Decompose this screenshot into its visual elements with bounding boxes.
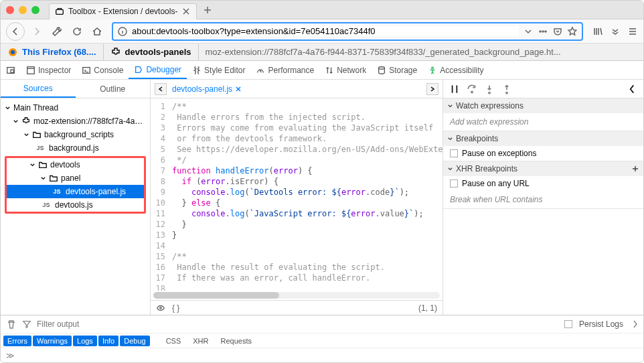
persist-logs-toggle[interactable]: Persist Logs [564,319,623,329]
chevron-down-icon [447,103,453,109]
sources-sidebar: Sources Outline Main Thread moz-extensio… [1,80,151,315]
maximize-window-button[interactable] [31,6,39,14]
step-over-icon[interactable] [466,83,478,95]
svg-point-16 [506,92,507,93]
js-icon: JS [34,145,46,151]
checkbox[interactable] [564,320,572,328]
info-icon[interactable] [117,26,128,37]
chevron-down-icon [13,119,19,125]
sources-tab[interactable]: Sources [1,80,76,98]
minimize-window-button[interactable] [19,6,27,14]
editor-tab[interactable]: devtools-panel.js [172,84,242,94]
panel-context[interactable]: devtools-panels [104,44,199,60]
overflow-icon[interactable] [610,26,621,37]
svg-point-15 [489,92,490,93]
svg-rect-0 [56,9,64,14]
network-tab[interactable]: Network [319,61,372,79]
chevron-down-icon[interactable] [523,26,534,37]
prev-tab-button[interactable] [155,83,167,95]
step-out-icon[interactable] [501,83,513,95]
filter-tag-errors[interactable]: Errors [3,336,31,346]
close-tab-icon[interactable] [235,86,242,92]
context-bar: This Firefox (68.... devtools-panels moz… [1,44,643,61]
performance-tab[interactable]: Performance [250,61,319,79]
extension-icon [21,117,31,126]
next-tab-button[interactable] [426,83,438,95]
console-input-line[interactable]: ≫ [1,348,643,362]
star-icon[interactable] [567,26,578,37]
pause-exceptions-row[interactable]: Pause on exceptions [443,146,643,161]
devtools-toolbar: Inspector Console Debugger Style Editor … [1,61,643,80]
watch-section-header[interactable]: Watch expressions [443,98,643,113]
reload-button[interactable] [69,23,85,40]
back-button[interactable] [6,22,25,41]
break-url-placeholder[interactable]: Break when URL contains [443,191,643,208]
filter-tag-info[interactable]: Info [98,336,118,346]
window-controls [6,6,39,14]
horizontal-scrollbar[interactable] [153,292,440,299]
close-tab-icon[interactable] [181,7,191,16]
breakpoints-section-header[interactable]: Breakpoints [443,131,643,146]
filter-tag-logs[interactable]: Logs [73,336,97,346]
chevron-down-icon [447,166,453,172]
outline-tab[interactable]: Outline [76,80,151,98]
toolbox-icon [55,7,64,16]
chevron-right-icon[interactable] [633,319,638,329]
filter-output-input[interactable] [37,319,137,329]
collapse-icon[interactable] [626,83,638,95]
storage-tab[interactable]: Storage [372,61,422,79]
clear-console-icon[interactable] [6,319,17,330]
new-tab-icon[interactable] [202,5,213,15]
panel-url: moz-extension://788fcf7a-4a76-f944-8371-… [199,47,644,57]
menu-icon[interactable] [627,26,638,37]
debugger-tab[interactable]: Debugger [129,61,187,79]
close-window-button[interactable] [6,6,14,14]
url-input[interactable] [132,26,519,36]
pocket-icon[interactable] [552,26,563,37]
step-in-icon[interactable] [483,83,495,95]
pause-icon[interactable] [449,83,461,95]
forward-button[interactable] [29,23,45,40]
devtools-panel-js-row[interactable]: JS devtools-panel.js [7,185,144,198]
devtools-folder-row[interactable]: devtools [7,158,144,171]
pretty-print-button[interactable]: { } [172,303,179,313]
main-thread-row[interactable]: Main Thread [1,101,150,115]
filter-tag-requests[interactable]: Requests [216,336,257,346]
console-tab[interactable]: Console [76,61,129,79]
performance-icon [256,66,265,75]
panel-folder-row[interactable]: panel [7,171,144,185]
extension-row[interactable]: moz-extension://788fcf7a-4a76- [1,115,150,128]
checkbox[interactable] [450,179,458,188]
ellipsis-icon[interactable] [538,26,548,37]
pause-url-row[interactable]: Pause on any URL [443,176,643,191]
svg-point-6 [11,50,15,54]
editor-footer: { } (1, 1) [151,300,442,315]
plus-icon[interactable] [631,165,639,173]
filter-tag-css[interactable]: CSS [161,336,187,346]
url-bar[interactable] [112,22,583,41]
filter-tag-debug[interactable]: Debug [120,336,149,346]
inspector-tab[interactable]: Inspector [21,61,76,79]
style-editor-tab[interactable]: Style Editor [187,61,250,79]
filter-tag-xhr[interactable]: XHR [187,336,214,346]
home-button[interactable] [89,23,105,40]
firefox-context[interactable]: This Firefox (68.... [1,44,104,60]
code-content[interactable]: /** Handle errors from the injected scri… [169,98,442,291]
wrench-button[interactable] [49,23,65,40]
checkbox[interactable] [450,149,458,157]
watch-placeholder[interactable]: Add watch expression [443,113,643,131]
xhr-section-header[interactable]: XHR Breakpoints [443,161,643,176]
iframe-picker-button[interactable] [1,61,21,79]
background-js-row[interactable]: JS background.js [1,141,150,155]
window-titlebar: Toolbox - Extension / devtools- [1,1,643,19]
library-icon[interactable] [592,26,603,37]
accessibility-tab[interactable]: Accessibility [422,61,489,79]
bg-scripts-folder[interactable]: background_scripts [1,128,150,141]
eye-icon[interactable] [156,303,165,313]
panel-name: devtools-panels [125,47,191,57]
svg-rect-8 [11,70,13,72]
devtools-js-row[interactable]: JS devtools.js [7,198,144,212]
browser-tab[interactable]: Toolbox - Extension / devtools- [49,3,197,19]
editor-pane: devtools-panel.js 1234567891011121314151… [151,80,442,315]
filter-tag-warnings[interactable]: Warnings [33,336,72,346]
